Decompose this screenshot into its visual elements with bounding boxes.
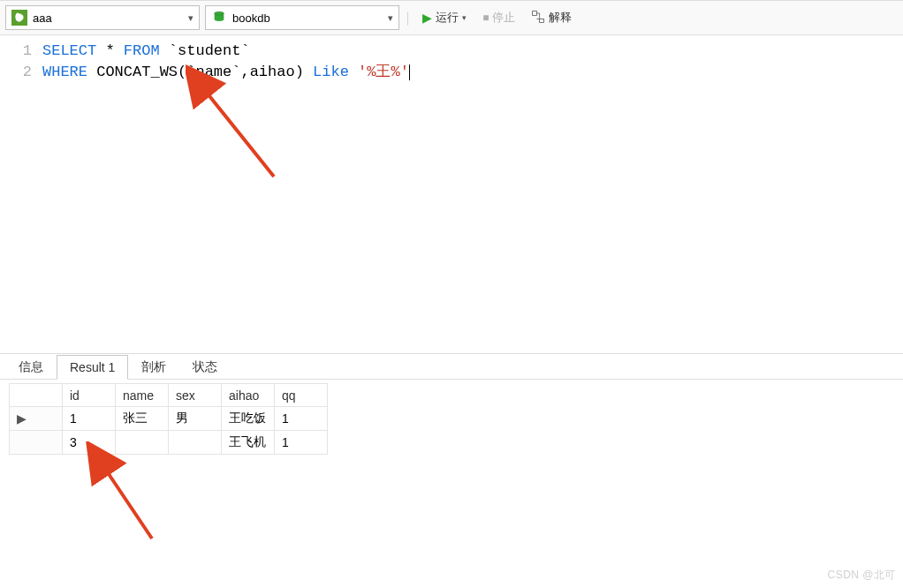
chevron-down-icon: ▾ — [188, 12, 194, 24]
cell-name[interactable]: 张三 — [116, 407, 169, 431]
cell-aihao[interactable]: 王吃饭 — [222, 407, 275, 431]
row-marker-header — [10, 384, 63, 407]
svg-rect-3 — [540, 19, 544, 22]
run-label: 运行 — [436, 10, 459, 26]
tab-profile[interactable]: 剖析 — [128, 354, 179, 380]
cell-aihao[interactable]: 王飞机 — [222, 431, 275, 455]
stop-icon: ■ — [482, 11, 489, 24]
result-grid: id name sex aihao qq ▶ 1 张三 男 王吃饭 1 3 王 — [0, 380, 903, 455]
tab-status[interactable]: 状态 — [179, 354, 231, 380]
play-icon: ▶ — [422, 11, 432, 25]
run-button[interactable]: ▶ 运行 ▾ — [417, 5, 472, 30]
chevron-down-icon: ▾ — [462, 13, 467, 22]
stop-button[interactable]: ■ 停止 — [477, 5, 520, 30]
row-marker — [10, 431, 63, 455]
col-name[interactable]: name — [116, 384, 169, 407]
connection-name: aaa — [33, 11, 52, 25]
chevron-down-icon: ▾ — [388, 12, 393, 24]
explain-button[interactable]: 解释 — [526, 5, 577, 30]
svg-rect-2 — [533, 11, 537, 15]
code-area[interactable]: SELECT * FROM `student` WHERE CONCAT_WS(… — [42, 41, 903, 348]
table-row[interactable]: 3 王飞机 1 — [10, 431, 328, 455]
toolbar: aaa ▾ bookdb ▾ │ ▶ 运行 ▾ ■ 停止 解释 — [0, 0, 903, 35]
cell-sex[interactable] — [169, 431, 222, 455]
line-number: 1 — [0, 41, 32, 62]
explain-icon — [531, 10, 545, 26]
cell-sex[interactable]: 男 — [169, 407, 222, 431]
sql-editor[interactable]: 1 2 SELECT * FROM `student` WHERE CONCAT… — [0, 35, 903, 353]
tab-info[interactable]: 信息 — [5, 354, 57, 380]
row-marker: ▶ — [10, 407, 63, 431]
cell-name[interactable] — [116, 431, 169, 455]
col-aihao[interactable]: aihao — [222, 384, 275, 407]
stop-label: 停止 — [492, 10, 515, 26]
database-icon — [211, 10, 227, 26]
cell-qq[interactable]: 1 — [275, 407, 328, 431]
table-row[interactable]: ▶ 1 张三 男 王吃饭 1 — [10, 407, 328, 431]
svg-line-5 — [103, 466, 152, 539]
explain-label: 解释 — [549, 10, 572, 26]
connection-icon — [11, 10, 27, 26]
table-header-row: id name sex aihao qq — [10, 384, 328, 407]
col-sex[interactable]: sex — [169, 384, 222, 407]
code-line: WHERE CONCAT_WS(`name`,aihao) Like '%王%' — [42, 62, 903, 83]
cell-id[interactable]: 3 — [63, 431, 116, 455]
result-tabs: 信息 Result 1 剖析 状态 — [0, 353, 903, 380]
code-line: SELECT * FROM `student` — [42, 41, 903, 62]
watermark-text: CSDN @北可 — [827, 568, 896, 583]
line-number: 2 — [0, 62, 32, 83]
database-name: bookdb — [232, 11, 270, 25]
col-qq[interactable]: qq — [275, 384, 328, 407]
col-id[interactable]: id — [63, 384, 116, 407]
database-selector[interactable]: bookdb ▾ — [205, 5, 399, 30]
line-gutter: 1 2 — [0, 41, 42, 348]
tab-result[interactable]: Result 1 — [57, 355, 128, 380]
cell-id[interactable]: 1 — [63, 407, 116, 431]
annotation-arrow-icon — [64, 441, 170, 547]
connection-selector[interactable]: aaa ▾ — [5, 5, 200, 30]
cell-qq[interactable]: 1 — [275, 431, 328, 455]
